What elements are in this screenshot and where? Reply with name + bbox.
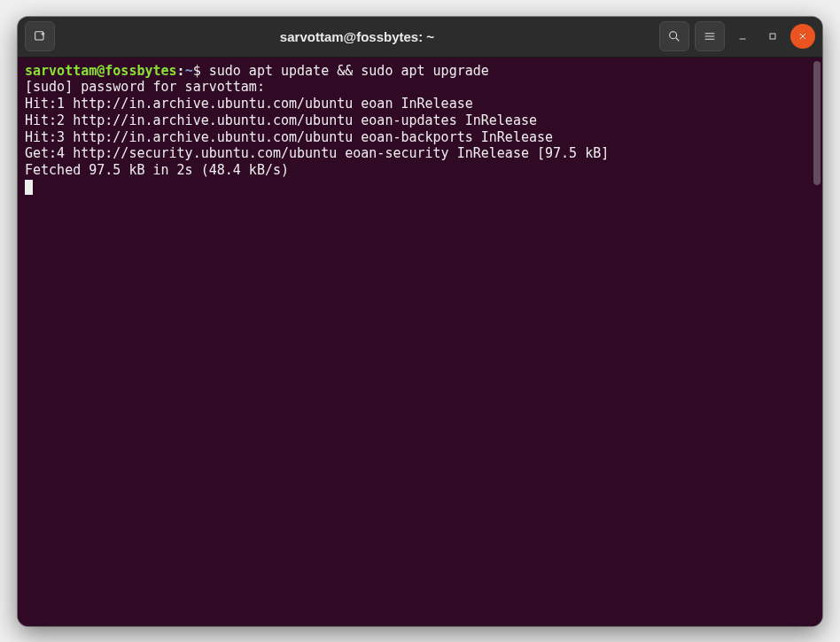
prompt-symbol: $: [193, 63, 201, 79]
terminal-body[interactable]: sarvottam@fossbytes:~$ sudo apt update &…: [18, 58, 822, 626]
output-line: [sudo] password for sarvottam:: [25, 79, 815, 96]
cursor-line: [25, 179, 815, 196]
svg-rect-0: [35, 32, 43, 40]
terminal-window: sarvottam@fossbytes: ~: [18, 17, 822, 626]
prompt-path: ~: [185, 63, 193, 79]
new-tab-button[interactable]: [25, 21, 55, 51]
menu-icon: [703, 29, 717, 43]
minimize-button[interactable]: [730, 24, 755, 49]
new-tab-icon: [33, 29, 47, 43]
prompt-user-host: sarvottam@fossbytes: [25, 63, 177, 79]
close-icon: [797, 31, 808, 42]
svg-point-3: [670, 32, 677, 39]
svg-rect-9: [770, 34, 775, 39]
output-line: Hit:2 http://in.archive.ubuntu.com/ubunt…: [25, 112, 815, 129]
minimize-icon: [737, 31, 748, 42]
titlebar-right-controls: [659, 21, 815, 51]
output-line: Hit:3 http://in.archive.ubuntu.com/ubunt…: [25, 129, 815, 146]
search-button[interactable]: [659, 21, 689, 51]
output-line: Get:4 http://security.ubuntu.com/ubuntu …: [25, 145, 815, 162]
titlebar: sarvottam@fossbytes: ~: [18, 17, 822, 58]
cursor: [25, 180, 33, 195]
prompt-line: sarvottam@fossbytes:~$ sudo apt update &…: [25, 63, 815, 80]
window-title: sarvottam@fossbytes: ~: [60, 29, 654, 44]
output-line: Hit:1 http://in.archive.ubuntu.com/ubunt…: [25, 96, 815, 112]
command-text: sudo apt update && sudo apt upgrade: [201, 63, 489, 79]
maximize-icon: [767, 31, 778, 42]
scrollbar[interactable]: [813, 61, 821, 185]
svg-line-4: [676, 38, 679, 41]
close-button[interactable]: [790, 24, 815, 49]
output-line: Fetched 97.5 kB in 2s (48.4 kB/s): [25, 162, 815, 179]
maximize-button[interactable]: [760, 24, 785, 49]
prompt-separator: :: [177, 63, 185, 79]
search-icon: [667, 29, 681, 43]
menu-button[interactable]: [695, 21, 725, 51]
